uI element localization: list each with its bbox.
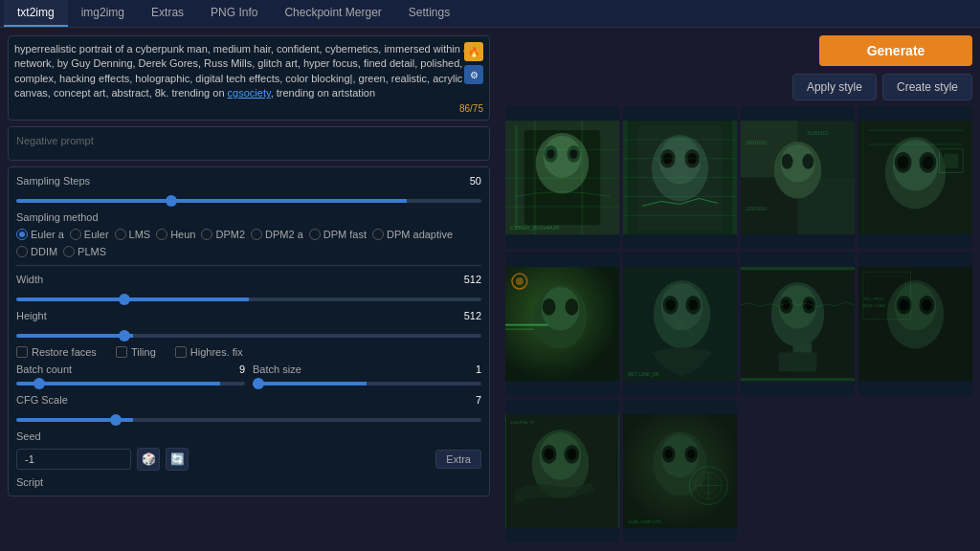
- sampling-steps-slider-container: [16, 192, 481, 206]
- tab-img2img[interactable]: img2img: [68, 0, 138, 27]
- batch-count-slider[interactable]: [16, 382, 245, 386]
- svg-text:11001010: 11001010: [746, 207, 767, 211]
- batch-size-slider-container: [253, 375, 481, 388]
- svg-point-48: [922, 156, 933, 169]
- svg-rect-12: [505, 178, 619, 179]
- tab-png-info[interactable]: PNG Info: [197, 0, 271, 27]
- sampling-steps-label: Sampling Steps: [16, 175, 112, 187]
- tiling-checkbox[interactable]: Tiling: [116, 346, 156, 358]
- radio-plms[interactable]: PLMS: [63, 246, 106, 257]
- highres-fix-label: Highres. fix: [190, 346, 243, 358]
- left-panel: hyperrealistic portrait of a cyberpunk m…: [0, 28, 498, 550]
- cfg-scale-slider[interactable]: [16, 418, 481, 422]
- radio-dot-dpm-fast: [309, 229, 321, 240]
- svg-point-102: [545, 449, 554, 460]
- height-row: Height 512: [16, 310, 481, 321]
- tab-extras[interactable]: Extras: [138, 0, 197, 27]
- svg-rect-60: [505, 324, 548, 326]
- width-slider[interactable]: [16, 298, 481, 301]
- generate-button[interactable]: Generate: [819, 35, 972, 66]
- batch-size-slider[interactable]: [253, 382, 481, 386]
- image-cell-2[interactable]: [623, 106, 737, 249]
- cfg-scale-value: 7: [476, 394, 481, 406]
- negative-prompt[interactable]: Negative prompt: [8, 126, 490, 161]
- image-cell-6[interactable]: NET::LINK_OK: [623, 253, 737, 395]
- svg-point-70: [688, 299, 698, 311]
- svg-point-114: [687, 450, 695, 459]
- highres-fix-checkbox[interactable]: Highres. fix: [175, 346, 243, 358]
- image-cell-5[interactable]: [505, 253, 619, 395]
- tab-txt2img[interactable]: txt2img: [4, 0, 68, 27]
- radio-euler[interactable]: Euler: [70, 229, 109, 240]
- seed-dice-btn[interactable]: 🎲: [137, 448, 160, 471]
- seed-input[interactable]: [16, 449, 131, 470]
- radio-lms[interactable]: LMS: [115, 229, 151, 240]
- radio-heun[interactable]: Heun: [156, 229, 195, 240]
- image-cell-4[interactable]: [858, 106, 972, 249]
- radio-label-dpm2: DPM2: [215, 229, 245, 240]
- batch-row: Batch count 9 Batch size 1: [16, 364, 481, 388]
- image-cell-9[interactable]: ID:ALPHA_7X: [505, 400, 619, 542]
- sampling-steps-slider[interactable]: [16, 199, 481, 203]
- seed-label: Seed: [16, 430, 112, 442]
- script-label: Script: [16, 476, 43, 488]
- radio-dot-plms: [63, 246, 75, 257]
- radio-dpm2[interactable]: DPM2: [201, 229, 245, 240]
- tab-settings[interactable]: Settings: [395, 0, 463, 27]
- radio-dot-dpm-adaptive: [372, 229, 384, 240]
- seed-refresh-btn[interactable]: 🔄: [166, 448, 189, 471]
- radio-dot-lms: [115, 229, 126, 240]
- svg-point-113: [665, 450, 673, 459]
- cfg-scale-label: CFG Scale: [16, 394, 112, 406]
- image-grid: CYBER_ID:0x4A2F: [505, 106, 972, 542]
- batch-size-section: Batch size 1: [253, 364, 481, 388]
- tiling-box: [116, 346, 127, 358]
- cgsociety-link[interactable]: cgsociety: [228, 87, 271, 99]
- batch-count-value: 9: [239, 364, 245, 375]
- restore-faces-checkbox[interactable]: Restore faces: [16, 346, 97, 358]
- batch-count-section: Batch count 9: [16, 364, 245, 388]
- batch-count-label: Batch count: [16, 364, 112, 375]
- image-cell-10[interactable]: SCAN_COMPLETE: [623, 400, 737, 542]
- script-row: Script: [16, 476, 481, 488]
- height-slider[interactable]: [16, 334, 481, 338]
- image-cell-3[interactable]: 10101010 01001101 11001010: [741, 106, 855, 249]
- radio-dpm-adaptive[interactable]: DPM adaptive: [372, 229, 453, 240]
- svg-text:NET::LINK_OK: NET::LINK_OK: [628, 373, 660, 378]
- radio-ddim[interactable]: DDIM: [16, 246, 57, 257]
- token-count: 86/75: [14, 103, 483, 114]
- create-style-button[interactable]: Create style: [882, 74, 972, 100]
- radio-label-dpm-adaptive: DPM adaptive: [387, 229, 453, 240]
- svg-point-38: [802, 154, 813, 169]
- radio-dot-ddim: [16, 246, 28, 257]
- svg-point-37: [782, 154, 793, 169]
- tab-checkpoint-merger[interactable]: Checkpoint Merger: [271, 0, 394, 27]
- svg-point-91: [900, 299, 909, 311]
- radio-dpm-fast[interactable]: DPM fast: [309, 229, 367, 240]
- sampling-steps-value: 50: [470, 175, 481, 187]
- flame-icon-btn[interactable]: 🔥: [464, 42, 483, 61]
- radio-label-dpm-fast: DPM fast: [323, 229, 367, 240]
- batch-count-slider-container: [16, 375, 245, 388]
- svg-text:ID:ALPHA_7X: ID:ALPHA_7X: [510, 420, 534, 425]
- svg-point-6: [547, 149, 555, 159]
- apply-style-button[interactable]: Apply style: [792, 74, 877, 100]
- image-cell-1[interactable]: CYBER_ID:0x4A2F: [505, 106, 619, 249]
- batch-size-label: Batch size: [253, 364, 348, 375]
- extra-button[interactable]: Extra: [435, 450, 481, 469]
- image-cell-8[interactable]: SYS_PROC MEM:0x4A8F: [858, 253, 972, 395]
- batch-size-value: 1: [476, 364, 481, 375]
- svg-rect-84: [741, 267, 855, 270]
- radio-dot-heun: [156, 229, 167, 240]
- radio-euler-a[interactable]: Euler a: [16, 229, 64, 240]
- svg-point-59: [565, 298, 578, 316]
- positive-prompt-text[interactable]: hyperrealistic portrait of a cyberpunk m…: [14, 42, 483, 101]
- svg-rect-85: [741, 379, 855, 382]
- radio-dot-euler-a: [16, 229, 28, 240]
- image-cell-12-empty: [858, 400, 972, 542]
- svg-rect-29: [732, 121, 737, 234]
- radio-dpm2-a[interactable]: DPM2 a: [251, 229, 303, 240]
- settings-icon-btn[interactable]: ⚙: [464, 65, 483, 84]
- image-cell-7[interactable]: [741, 253, 855, 395]
- right-panel: Generate Apply style Create style: [498, 28, 980, 550]
